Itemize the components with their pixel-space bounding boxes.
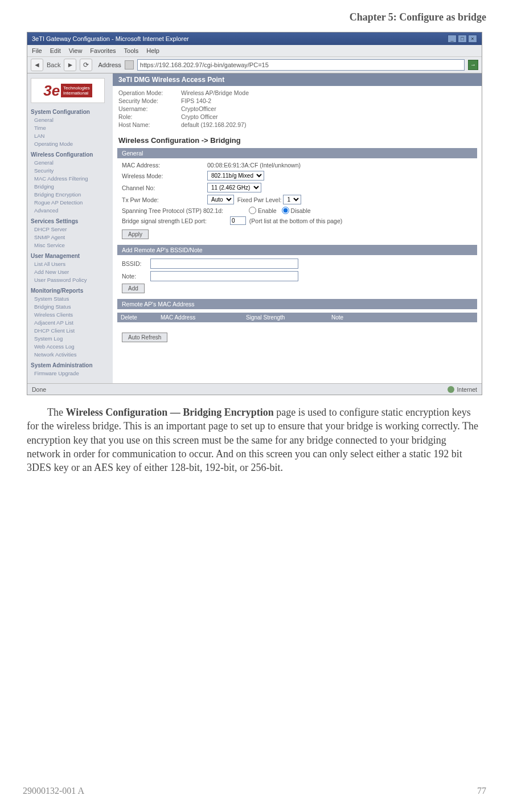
nav-bridging[interactable]: Bridging (34, 183, 109, 191)
host-value: default (192.168.202.97) (181, 121, 246, 128)
nav-snmp[interactable]: SNMP Agent (34, 233, 109, 241)
tx-select[interactable]: Auto (207, 195, 234, 204)
logo-text: TechnologiesInternational (61, 84, 92, 97)
info-block: Operation Mode:Wireless AP/Bridge Mode S… (113, 86, 482, 133)
nav-rogue[interactable]: Rogue AP Detection (34, 199, 109, 207)
nav-weblog[interactable]: Web Access Log (34, 343, 109, 351)
menu-help[interactable]: Help (146, 47, 159, 54)
op-mode-value: Wireless AP/Bridge Mode (181, 89, 249, 96)
window-buttons: _ □ × (448, 35, 477, 43)
refresh-button[interactable]: ⟳ (80, 59, 92, 71)
stp-enable-radio[interactable] (249, 207, 256, 214)
status-done: Done (32, 386, 46, 393)
nav-listusers[interactable]: List All Users (34, 260, 109, 268)
nav-head-user: User Management (31, 253, 109, 259)
banner: 3eTI DMG Wireless Access Point (113, 73, 482, 86)
wmode-select[interactable]: 802.11b/g Mixed (207, 171, 264, 181)
back-button[interactable]: ◄ (31, 59, 43, 71)
menu-favorites[interactable]: Favorites (90, 47, 116, 54)
logo: 3e TechnologiesInternational (31, 78, 105, 103)
col-signal: Signal Strength (246, 314, 331, 321)
go-button[interactable]: → (468, 60, 478, 70)
led-note: (Port list at the bottom of this page) (249, 218, 342, 224)
nav-misc[interactable]: Misc Service (34, 241, 109, 249)
toolbar: ◄ Back ► ⟳ Address → (27, 56, 482, 73)
menu-view[interactable]: View (69, 47, 83, 54)
addremote-panel: BSSID: Note: Add (117, 255, 477, 297)
nav-wclients[interactable]: Wireless Clients (34, 311, 109, 319)
led-label: Bridge signal strength LED port: (122, 218, 230, 224)
nav-head-services: Services Settings (31, 218, 109, 224)
mac-label: MAC Address: (122, 162, 207, 169)
maximize-button[interactable]: □ (458, 35, 467, 43)
nav-adjap[interactable]: Adjacent AP List (34, 319, 109, 327)
forward-button[interactable]: ► (64, 59, 76, 71)
nav-syslog[interactable]: System Log (34, 335, 109, 343)
nav-advanced[interactable]: Advanced (34, 207, 109, 215)
nav-general[interactable]: General (34, 116, 109, 124)
nav-brstatus[interactable]: Bridging Status (34, 303, 109, 311)
led-input[interactable] (230, 216, 246, 225)
note-input[interactable] (150, 271, 298, 281)
bssid-label: BSSID: (122, 260, 150, 267)
close-button[interactable]: × (468, 35, 477, 43)
minimize-button[interactable]: _ (448, 35, 457, 43)
nav-macfilter[interactable]: MAC Address Filtering (34, 175, 109, 183)
nav-opmode[interactable]: Operating Mode (34, 140, 109, 148)
nav-netact[interactable]: Network Activities (34, 351, 109, 359)
add-button[interactable]: Add (122, 284, 145, 293)
menu-tools[interactable]: Tools (124, 47, 139, 54)
window-titlebar: 3eTI Gateway Configuration - Microsoft I… (27, 32, 482, 45)
nav-security[interactable]: Security (34, 167, 109, 175)
footer-left: 29000132-001 A (23, 786, 84, 796)
col-note: Note (331, 314, 343, 321)
status-zone: Internet (448, 386, 477, 393)
nav-head-monitor: Monitoring/Reports (31, 288, 109, 294)
footer-right: 77 (477, 786, 486, 796)
nav-time[interactable]: Time (34, 124, 109, 132)
p1-b: Wireless Configuration — Bridging Encryp… (65, 407, 273, 418)
nav-sysstatus[interactable]: System Status (34, 295, 109, 303)
bssid-input[interactable] (150, 259, 298, 269)
nav-dhcp[interactable]: DHCP Server (34, 225, 109, 233)
host-label: Host Name: (118, 121, 181, 128)
address-input[interactable] (137, 59, 465, 71)
remote-head: Remote AP's MAC Address (117, 299, 477, 309)
internet-icon (448, 386, 454, 393)
main-content: 3eTI DMG Wireless Access Point Operation… (113, 73, 482, 383)
nav-pwdpolicy[interactable]: User Password Policy (34, 276, 109, 284)
apply-button[interactable]: Apply (122, 229, 149, 239)
chan-label: Channel No: (122, 184, 207, 191)
note-label: Note: (122, 273, 150, 280)
stp-disable-radio[interactable] (282, 207, 289, 214)
tx-label: Tx Pwr Mode: (122, 196, 207, 203)
nav-bridging-enc[interactable]: Bridging Encryption (34, 191, 109, 199)
status-bar: Done Internet (27, 383, 482, 395)
zone-label: Internet (457, 386, 477, 393)
nav-dhcplist[interactable]: DHCP Client List (34, 327, 109, 335)
address-label: Address (98, 61, 121, 68)
menu-edit[interactable]: Edit (50, 47, 61, 54)
menu-file[interactable]: File (32, 47, 42, 54)
section-title: Wireless Configuration -> Bridging (113, 133, 482, 146)
role-label: Role: (118, 113, 181, 120)
nav-head-system: System Configuration (31, 109, 109, 115)
sec-mode-value: FIPS 140-2 (181, 97, 211, 104)
nav-lan[interactable]: LAN (34, 132, 109, 140)
nav-adduser[interactable]: Add New User (34, 268, 109, 276)
chan-select[interactable]: 11 (2.462 GHz) (207, 183, 261, 192)
sec-mode-label: Security Mode: (118, 97, 181, 104)
p1-a: The (47, 407, 65, 418)
window-title: 3eTI Gateway Configuration - Microsoft I… (32, 35, 189, 42)
nav-wgeneral[interactable]: General (34, 159, 109, 167)
sidebar: 3e TechnologiesInternational System Conf… (27, 73, 113, 383)
general-panel: MAC Address:00:08:E6:91:3A:CF (Intel/unk… (117, 158, 477, 243)
tx-fixed-select[interactable]: 1 (283, 195, 301, 204)
mac-value: 00:08:E6:91:3A:CF (Intel/unknown) (207, 162, 301, 169)
op-mode-label: Operation Mode: (118, 89, 181, 96)
nav-firmware[interactable]: Firmware Upgrade (34, 370, 109, 378)
general-head: General (117, 148, 477, 158)
stp-disable-label: Disable (291, 207, 311, 214)
col-mac: MAC Address (161, 314, 246, 321)
auto-refresh-button[interactable]: Auto Refresh (122, 333, 167, 342)
